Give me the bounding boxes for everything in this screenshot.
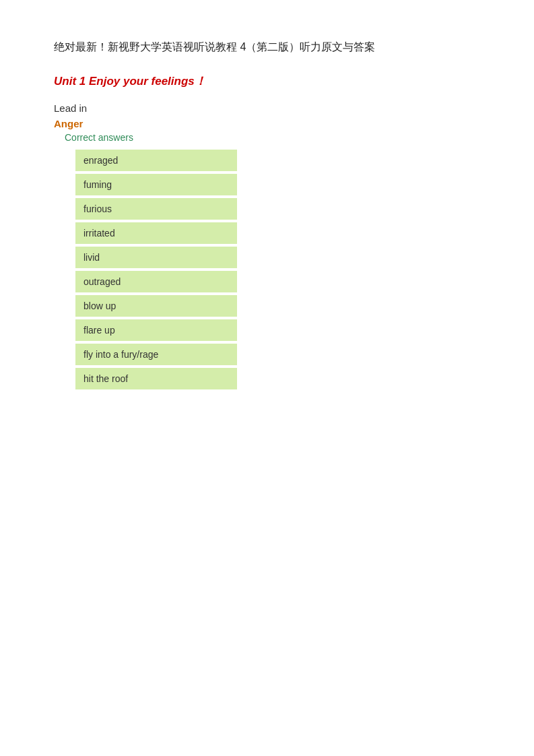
lead-in-label: Lead in xyxy=(54,102,480,114)
answer-item: enraged xyxy=(75,150,237,171)
answer-item: irritated xyxy=(75,222,237,244)
section-label: Anger xyxy=(54,118,480,129)
answer-list: enragedfumingfuriousirritatedlividoutrag… xyxy=(75,150,480,389)
answer-item: furious xyxy=(75,198,237,220)
unit-title: Unit 1 Enjoy your feelings！ xyxy=(54,73,480,89)
answer-item: blow up xyxy=(75,295,237,317)
correct-answers-label: Correct answers xyxy=(65,132,480,143)
answer-item: outraged xyxy=(75,271,237,292)
answer-item: fuming xyxy=(75,174,237,195)
answer-item: hit the roof xyxy=(75,368,237,389)
answer-item: fly into a fury/rage xyxy=(75,344,237,365)
answer-item: livid xyxy=(75,247,237,268)
page-title: 绝对最新！新视野大学英语视听说教程 4（第二版）听力原文与答案 xyxy=(54,40,480,55)
answer-item: flare up xyxy=(75,319,237,341)
